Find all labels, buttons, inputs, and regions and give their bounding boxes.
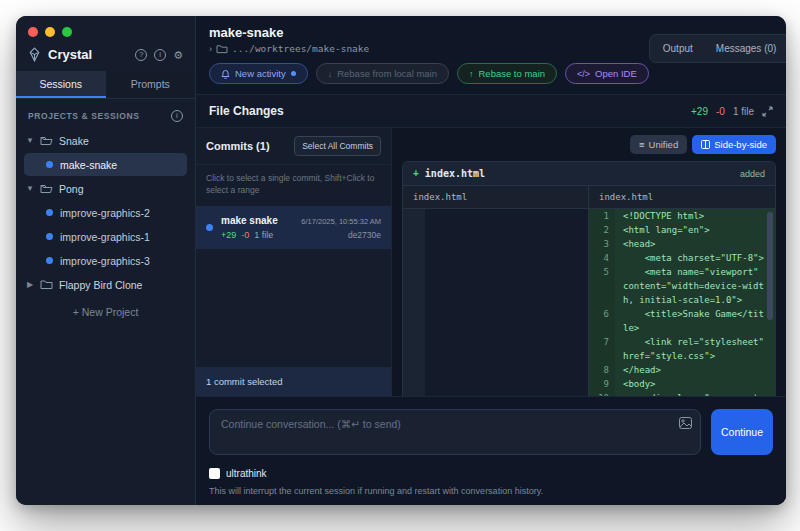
- session-title: make-snake: [209, 25, 649, 40]
- conversation-input[interactable]: [209, 409, 701, 455]
- new-activity-button[interactable]: New activity: [209, 63, 308, 84]
- code-icon: </>: [577, 69, 590, 79]
- breadcrumb: › .../worktrees/make-snake: [209, 43, 649, 54]
- open-folder-icon: [40, 183, 53, 194]
- closed-folder-icon: [40, 279, 53, 290]
- tab-sessions[interactable]: Sessions: [16, 71, 106, 98]
- chevron-down-icon: ▼: [26, 184, 34, 193]
- rebase-from-main-button[interactable]: ↓ Rebase from local main: [316, 63, 449, 84]
- new-activity-label: New activity: [235, 68, 286, 79]
- new-project-button[interactable]: + New Project: [16, 296, 195, 328]
- tab-prompts[interactable]: Prompts: [106, 71, 196, 98]
- commit-timestamp: 6/17/2025, 10:55:32 AM: [301, 217, 381, 226]
- diff-old-column: [403, 209, 589, 396]
- commit-file-count: 1 file: [254, 230, 273, 240]
- session-label: improve-graphics-2: [60, 207, 150, 219]
- file-status-badge: added: [740, 169, 765, 179]
- minimize-window-button[interactable]: [45, 27, 55, 37]
- code-line: <body>: [615, 377, 766, 391]
- code-line: <div class="game-container">: [615, 391, 766, 396]
- side-by-side-label: Side-by-side: [714, 139, 767, 150]
- continue-button[interactable]: Continue: [711, 409, 773, 455]
- commit-status-dot: [206, 224, 213, 231]
- diff-new-column: 1<!DOCTYPE html> 2<html lang="en"> 3<hea…: [589, 209, 775, 396]
- select-all-commits-button[interactable]: Select All Commits: [294, 136, 381, 156]
- session-header: make-snake › .../worktrees/make-snake Ne…: [196, 16, 786, 84]
- diff-old-gutter: [403, 209, 425, 396]
- project-item-snake[interactable]: ▼ Snake: [16, 129, 195, 152]
- close-window-button[interactable]: [28, 27, 38, 37]
- section-info-icon[interactable]: i: [171, 110, 183, 122]
- side-by-side-view-button[interactable]: Side-by-side: [692, 135, 776, 154]
- commit-additions: +29: [221, 230, 236, 240]
- open-ide-button[interactable]: </> Open IDE: [565, 63, 649, 84]
- settings-icon[interactable]: ⚙: [173, 49, 183, 61]
- session-item-improve-graphics-2[interactable]: improve-graphics-2: [24, 201, 187, 224]
- project-label: Flappy Bird Clone: [59, 279, 142, 291]
- commit-item[interactable]: make snake 6/17/2025, 10:55:32 AM +29 -0…: [196, 206, 391, 249]
- bell-icon: [221, 69, 230, 79]
- commit-selection-status: 1 commit selected: [196, 367, 391, 396]
- diff-right-file-label: index.html: [589, 186, 775, 208]
- added-file-icon: +: [413, 168, 419, 179]
- commit-name: make snake: [221, 215, 278, 226]
- expand-icon[interactable]: [762, 106, 773, 117]
- code-line: <title>Snake Game</title>: [615, 307, 766, 335]
- worktree-path: .../worktrees/make-snake: [232, 43, 369, 54]
- open-ide-label: Open IDE: [595, 68, 637, 79]
- deletions-count: -0: [716, 106, 725, 117]
- app-window: Crystal ? i ⚙ Sessions Prompts PROJECTS …: [16, 16, 786, 505]
- commits-panel: Commits (1) Select All Commits Click to …: [196, 128, 392, 396]
- tab-messages[interactable]: Messages (0): [706, 38, 786, 59]
- tab-output[interactable]: Output: [653, 38, 703, 59]
- main-view-tabs: Output Messages (0) Changes Terminal: [649, 34, 786, 63]
- session-actions: New activity ↓ Rebase from local main ↑ …: [209, 63, 649, 84]
- zoom-window-button[interactable]: [62, 27, 72, 37]
- app-title: Crystal: [48, 47, 128, 62]
- composer: Continue ultrathink This will interrupt …: [196, 396, 786, 505]
- session-status-dot: [46, 161, 53, 168]
- diff-scrollbar[interactable]: [767, 212, 773, 320]
- additions-count: +29: [691, 106, 708, 117]
- line-number: 3: [589, 237, 615, 251]
- file-changes-title: File Changes: [209, 104, 284, 118]
- diff-file-header[interactable]: + index.html added: [403, 162, 775, 186]
- line-number: 2: [589, 223, 615, 237]
- code-line: <meta name="viewport" content="width=dev…: [615, 265, 766, 307]
- arrow-up-icon: ↑: [469, 69, 474, 79]
- session-status-dot: [46, 257, 53, 264]
- project-item-flappy-bird-clone[interactable]: ▶ Flappy Bird Clone: [16, 273, 195, 296]
- ultrathink-checkbox[interactable]: [209, 468, 220, 479]
- unified-view-button[interactable]: ≡ Unified: [630, 135, 687, 154]
- activity-dot: [291, 71, 296, 76]
- session-item-improve-graphics-3[interactable]: improve-graphics-3: [24, 249, 187, 272]
- session-label: make-snake: [60, 159, 117, 171]
- line-number: 6: [589, 307, 615, 335]
- file-changes-bar: File Changes +29 -0 1 file: [196, 94, 786, 127]
- line-number: 10: [589, 391, 615, 396]
- project-item-pong[interactable]: ▼ Pong: [16, 177, 195, 200]
- session-status-dot: [46, 209, 53, 216]
- interrupt-note: This will interrupt the current session …: [209, 486, 773, 496]
- rebase-from-label: Rebase from local main: [337, 68, 437, 79]
- app-brand: Crystal ? i ⚙: [16, 41, 195, 71]
- session-item-make-snake[interactable]: make-snake: [24, 153, 187, 176]
- rebase-to-main-button[interactable]: ↑ Rebase to main: [457, 63, 557, 84]
- sidebar-tabs: Sessions Prompts: [16, 71, 195, 99]
- attach-image-icon[interactable]: [679, 417, 692, 429]
- project-tree: ▼ Snake make-snake ▼ Pong improve-graphi…: [16, 129, 195, 505]
- info-icon[interactable]: i: [154, 49, 166, 61]
- file-count: 1 file: [733, 106, 754, 117]
- sidebar: Crystal ? i ⚙ Sessions Prompts PROJECTS …: [16, 16, 196, 505]
- line-number: 7: [589, 335, 615, 363]
- unified-label: Unified: [649, 139, 679, 150]
- code-line: <meta charset="UTF-8">: [615, 251, 766, 265]
- session-item-improve-graphics-1[interactable]: improve-graphics-1: [24, 225, 187, 248]
- project-label: Snake: [59, 135, 89, 147]
- line-number: 4: [589, 251, 615, 265]
- line-number: 9: [589, 377, 615, 391]
- arrow-down-icon: ↓: [328, 69, 333, 79]
- help-icon[interactable]: ?: [135, 49, 147, 61]
- commit-deletions: -0: [241, 230, 249, 240]
- session-label: improve-graphics-1: [60, 231, 150, 243]
